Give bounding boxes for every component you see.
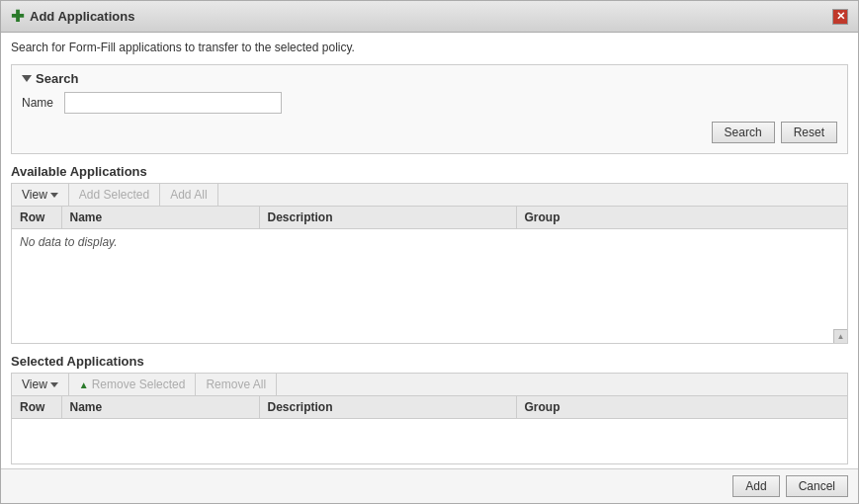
selected-toolbar: View ▲ Remove Selected Remove All xyxy=(11,373,848,395)
search-section: Search Name Search Reset xyxy=(11,64,848,154)
plus-icon: ✚ xyxy=(11,7,24,26)
cancel-button[interactable]: Cancel xyxy=(786,475,848,497)
available-no-data-row: No data to display. xyxy=(12,229,847,256)
dialog-footer: Add Cancel xyxy=(1,468,858,503)
search-buttons: Search Reset xyxy=(22,122,837,143)
available-view-button[interactable]: View xyxy=(12,184,69,206)
available-view-arrow xyxy=(50,193,58,198)
dialog-titlebar: ✚ Add Applications ✕ xyxy=(1,1,858,33)
selected-view-arrow xyxy=(50,382,58,387)
dialog-title-area: ✚ Add Applications xyxy=(11,7,134,26)
add-applications-dialog: ✚ Add Applications ✕ Search for Form-Fil… xyxy=(0,0,859,504)
search-section-label: Search xyxy=(36,71,78,86)
selected-table: Row Name Description Group xyxy=(12,396,847,419)
selected-remove-all-button[interactable]: Remove All xyxy=(196,374,277,395)
add-button[interactable]: Add xyxy=(732,475,779,497)
close-button[interactable]: ✕ xyxy=(832,9,848,25)
available-toolbar: View Add Selected Add All xyxy=(11,183,848,206)
available-col-group: Group xyxy=(516,207,847,229)
selected-section: Selected Applications View ▲ Remove Sele… xyxy=(11,350,848,464)
selected-remove-all-label: Remove All xyxy=(206,378,266,391)
selected-table-container: Row Name Description Group xyxy=(11,395,848,464)
search-button[interactable]: Search xyxy=(712,122,775,143)
reset-button[interactable]: Reset xyxy=(781,122,837,143)
available-col-desc: Description xyxy=(259,207,516,229)
search-section-header: Search xyxy=(22,71,837,86)
search-collapse-icon[interactable] xyxy=(22,75,32,82)
selected-table-header-row: Row Name Description Group xyxy=(12,396,847,419)
selected-remove-selected-button[interactable]: ▲ Remove Selected xyxy=(69,374,197,395)
available-no-data-text: No data to display. xyxy=(12,229,847,256)
selected-col-name: Name xyxy=(61,396,259,419)
available-add-selected-button[interactable]: Add Selected xyxy=(69,184,160,206)
dialog-body: Search for Form-Fill applications to tra… xyxy=(1,33,858,468)
available-add-all-button[interactable]: Add All xyxy=(160,184,217,206)
available-col-row: Row xyxy=(12,207,61,229)
dialog-subtitle: Search for Form-Fill applications to tra… xyxy=(11,41,848,54)
dialog-title: Add Applications xyxy=(30,9,134,24)
available-col-name: Name xyxy=(61,207,259,229)
name-label: Name xyxy=(22,96,56,110)
available-view-label: View xyxy=(22,188,47,202)
name-input[interactable] xyxy=(64,92,282,114)
search-name-row: Name xyxy=(22,92,837,114)
selected-section-title: Selected Applications xyxy=(11,354,848,369)
remove-selected-icon: ▲ xyxy=(79,379,89,390)
available-section: Available Applications View Add Selected… xyxy=(11,160,848,344)
scroll-corner-available: ▲ xyxy=(833,329,847,343)
available-section-title: Available Applications xyxy=(11,164,848,179)
available-table-header-row: Row Name Description Group xyxy=(12,207,847,229)
available-table-container: Row Name Description Group No data to di… xyxy=(11,206,848,344)
selected-remove-selected-label: Remove Selected xyxy=(92,378,186,391)
available-table: Row Name Description Group No data to di… xyxy=(12,207,847,255)
selected-view-button[interactable]: View xyxy=(12,374,69,395)
selected-col-row: Row xyxy=(12,396,61,419)
selected-view-label: View xyxy=(22,378,47,391)
available-add-selected-label: Add Selected xyxy=(79,188,149,202)
selected-col-group: Group xyxy=(516,396,847,419)
selected-col-desc: Description xyxy=(259,396,516,419)
available-add-all-label: Add All xyxy=(170,188,207,202)
